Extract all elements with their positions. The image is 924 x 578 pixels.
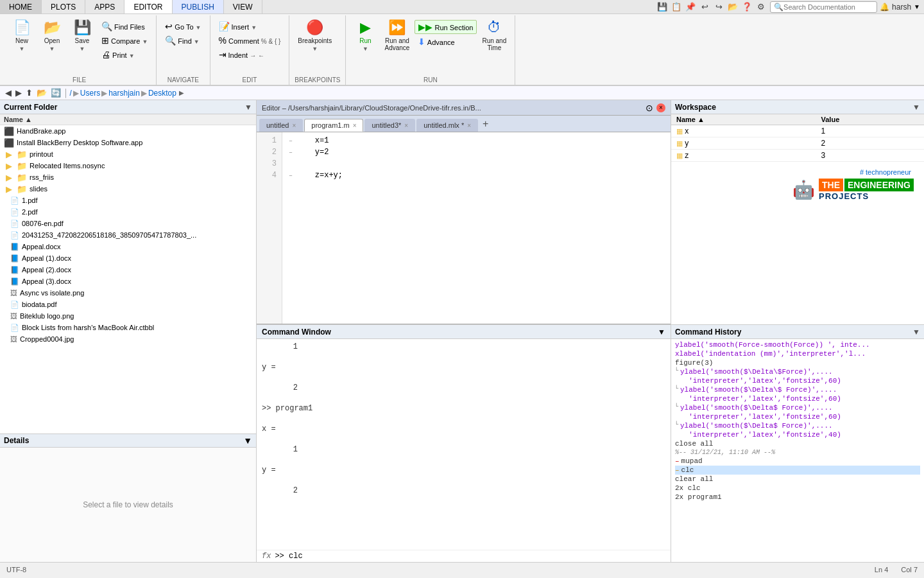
open-button[interactable]: 📂 Open ▼ [38, 17, 66, 54]
path-users[interactable]: Users [80, 89, 100, 98]
tab-untitled-mlx[interactable]: untitled.mlx * × [416, 119, 478, 132]
cmd-menu-icon[interactable]: ▼ [658, 328, 665, 337]
save-icon[interactable]: 💾 [656, 1, 669, 13]
list-item[interactable]: 📄 2.pdf [0, 206, 256, 218]
run-section-button[interactable]: ▶▶ Run Section [415, 20, 477, 34]
list-item[interactable]: ▶ 📁 Relocated Items.nosync [0, 160, 256, 171]
list-item[interactable]: 📘 Appeal (1).docx [0, 252, 256, 264]
redo-icon[interactable]: ↪ [712, 1, 725, 13]
list-item[interactable]: 📘 Appeal (3).docx [0, 276, 256, 287]
list-item[interactable]: 🖼 Async vs isolate.png [0, 287, 256, 299]
new-button[interactable]: 📄 New ▼ [8, 17, 36, 54]
list-item[interactable]: ⬛ Install BlackBerry Desktop Software.ap… [0, 137, 256, 148]
tab-close-program1[interactable]: × [353, 122, 357, 129]
list-item[interactable]: 📄 biodata.pdf [0, 299, 256, 310]
help-icon[interactable]: ❓ [740, 1, 753, 13]
copy-icon[interactable]: 📋 [670, 1, 683, 13]
path-username[interactable]: harshjain [108, 89, 140, 98]
path-expand-icon[interactable]: ▶ [179, 89, 184, 96]
nav-plots[interactable]: PLOTS [42, 0, 85, 13]
list-item[interactable]: 📄 1.pdf [0, 195, 256, 206]
user-dropdown-icon[interactable]: ▼ [914, 3, 920, 10]
ch-content[interactable]: ylabel('smooth(Force-smooth(Force)) ', i… [671, 339, 924, 562]
list-item[interactable]: ⬛ HandBrake.app [0, 125, 256, 137]
search-input[interactable] [783, 3, 873, 11]
list-item[interactable]: 📄 Block Lists from harsh's MacBook Air.c… [0, 322, 256, 333]
nav-publish[interactable]: PUBLISH [173, 0, 224, 13]
list-item[interactable]: 🖼 Biteklub logo.png [0, 310, 256, 322]
find-files-button[interactable]: 🔍 Find Files [98, 20, 151, 33]
tab-program1[interactable]: program1.m × [304, 119, 363, 132]
cmd-line [262, 372, 665, 383]
path-forward-btn[interactable]: ▶ [14, 88, 23, 98]
list-item[interactable]: ▶ 📁 printout [0, 148, 256, 160]
path-refresh-btn[interactable]: 🔄 [49, 88, 62, 98]
tab-untitled3[interactable]: untitled3* × [364, 119, 415, 132]
table-row[interactable]: ▦ z 3 [671, 150, 924, 162]
paste-icon[interactable]: 📌 [684, 1, 697, 13]
list-item[interactable]: 📘 Appeal.docx [0, 241, 256, 252]
path-desktop[interactable]: Desktop [148, 89, 176, 98]
path-root[interactable]: / [70, 89, 72, 98]
code-editor[interactable]: 1 2 3 4 – x=1 – y=2 [257, 132, 671, 324]
tab-add-button[interactable]: + [479, 118, 492, 130]
save-button[interactable]: 💾 Save ▼ [68, 17, 96, 54]
nav-home[interactable]: HOME [0, 0, 42, 13]
path-up-btn[interactable]: ⬆ [24, 88, 34, 98]
path-browse-btn[interactable]: 📂 [35, 88, 48, 98]
tab-close-untitled[interactable]: × [292, 122, 296, 129]
list-item[interactable]: 📘 Appeal (2).docx [0, 264, 256, 276]
path-back-btn[interactable]: ◀ [4, 88, 13, 98]
ch-line: ylabel('smooth($\Delta$ Force)',.... [680, 421, 920, 430]
run-button[interactable]: ▶ Run ▼ [351, 17, 379, 54]
notification-icon[interactable]: 🔔 [880, 3, 889, 12]
table-row[interactable]: ▦ y 2 [671, 137, 924, 150]
var-icon: ▦ [676, 139, 683, 147]
list-item[interactable]: ▶ 📁 rss_friis [0, 171, 256, 183]
goto-button[interactable]: ↩ Go To ▼ [162, 20, 204, 33]
table-row[interactable]: ▦ x 1 [671, 125, 924, 137]
ln-indicator: Ln 4 [875, 566, 888, 574]
comment-button[interactable]: % Comment % & { } [216, 34, 284, 47]
code-content[interactable]: – x=1 – y=2 – z=x+y; [282, 132, 671, 324]
editor-settings-icon[interactable]: ⊙ [645, 103, 654, 112]
settings-icon[interactable]: ⚙ [755, 1, 767, 13]
list-item[interactable]: 📄 08076-en.pdf [0, 218, 256, 229]
list-item[interactable]: 📄 20431253_472082206518186_3850970547178… [0, 229, 256, 241]
nav-view[interactable]: VIEW [224, 0, 262, 13]
find-button[interactable]: 🔍 Find ▼ [162, 34, 204, 47]
advance-button[interactable]: ⬇ Advance [415, 35, 477, 48]
tab-untitled[interactable]: untitled × [259, 119, 303, 132]
folder-icon[interactable]: 📂 [726, 1, 739, 13]
details-expand[interactable]: ▼ [243, 435, 252, 446]
indent-button[interactable]: ⇥ Indent → ← [216, 48, 284, 61]
run-and-advance-button[interactable]: ⏩ Run andAdvance [381, 17, 413, 53]
print-button[interactable]: 🖨 Print ▼ [98, 48, 151, 61]
cmd-input-row[interactable]: fx >> clc [257, 550, 671, 562]
cmd-content[interactable]: 1 y = 2 >> program1 x = 1 y = 2 [257, 339, 671, 550]
workspace-menu-icon[interactable]: ▼ [912, 103, 920, 112]
breakpoints-button[interactable]: 🔴 Breakpoints ▼ [295, 17, 335, 54]
editor-area: Editor – /Users/harshjain/Library/CloudS… [257, 100, 671, 324]
ch-menu-icon[interactable]: ▼ [912, 328, 920, 337]
nav-editor[interactable]: EDITOR [124, 0, 172, 13]
nav-apps[interactable]: APPS [85, 0, 124, 13]
search-box[interactable]: 🔍 [770, 1, 877, 13]
ch-selected-line[interactable]: –clc [675, 466, 920, 475]
tab-close-untitled-mlx[interactable]: × [467, 122, 471, 129]
file-list: ⬛ HandBrake.app ⬛ Install BlackBerry Des… [0, 125, 256, 434]
list-item[interactable]: ▶ 📁 slides [0, 183, 256, 195]
undo-icon[interactable]: ↩ [698, 1, 711, 13]
cmd-line: 2 [262, 383, 665, 393]
tab-close-untitled3[interactable]: × [404, 122, 408, 129]
run-and-time-button[interactable]: ⏱ Run andTime [479, 17, 509, 53]
user-label[interactable]: harsh [892, 3, 911, 12]
img-icon: 🖼 [10, 312, 17, 320]
gold-dot: – [675, 466, 680, 474]
list-item[interactable]: 🖼 Cropped0004.jpg [0, 333, 256, 345]
compare-button[interactable]: ⊞ Compare ▼ [98, 34, 151, 47]
insert-button[interactable]: 📝 Insert ▼ [216, 20, 284, 33]
pdf-icon: 📄 [10, 197, 19, 205]
folder-panel-menu[interactable]: ▼ [244, 103, 252, 112]
editor-close-button[interactable]: × [656, 103, 665, 112]
